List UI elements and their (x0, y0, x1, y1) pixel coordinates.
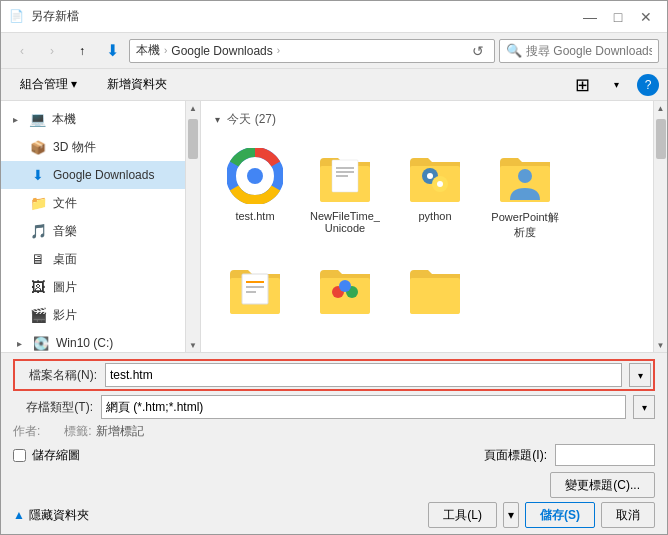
meta-row: 作者: 標籤: 新增標記 (13, 423, 655, 440)
address-bar[interactable]: 本機 › Google Downloads › ↺ (129, 39, 495, 63)
save-thumbnail-section: 儲存縮圖 (13, 447, 80, 464)
sidebar-item-videos[interactable]: 🎬 影片 (1, 301, 185, 329)
svg-point-13 (437, 181, 443, 187)
filename-label: 檔案名稱(N): (17, 367, 97, 384)
tags-value: 新增標記 (96, 423, 144, 440)
change-title-row: 變更標題(C)... (13, 472, 655, 498)
file-label-python: python (418, 210, 451, 222)
svg-point-15 (518, 169, 532, 183)
hide-folder-label: 隱藏資料夾 (29, 507, 89, 524)
sidebar-label-videos: 影片 (53, 307, 77, 324)
music-icon: 🎵 (29, 222, 47, 240)
address-parts: 本機 › Google Downloads › (136, 42, 464, 59)
address-part-home: 本機 (136, 42, 160, 59)
sidebar-scroll-thumb (188, 119, 198, 159)
maximize-button[interactable]: □ (605, 6, 631, 28)
hide-folder-arrow[interactable]: ▲ (13, 508, 25, 522)
author-section: 作者: (13, 423, 44, 440)
content-scroll-up[interactable]: ▲ (654, 101, 667, 115)
filename-highlight-box: 檔案名稱(N): ▾ (13, 359, 655, 391)
file-item-7[interactable] (395, 254, 475, 326)
svg-point-12 (427, 173, 433, 179)
address-sep-2: › (277, 45, 280, 56)
content-wrapper: ▾ 今天 (27) (201, 101, 667, 352)
tools-dropdown-button[interactable]: ▾ (503, 502, 519, 528)
sidebar-item-pictures[interactable]: 🖼 圖片 (1, 273, 185, 301)
title-bar: 📄 另存新檔 — □ ✕ (1, 1, 667, 33)
filetype-dropdown-button[interactable]: ▾ (633, 395, 655, 419)
3d-objects-icon: 📦 (29, 138, 47, 156)
search-box[interactable]: 🔍 (499, 39, 659, 63)
search-icon: 🔍 (506, 43, 522, 58)
title-bar-controls: — □ ✕ (577, 6, 659, 28)
filename-input[interactable] (105, 363, 622, 387)
content-scroll-down[interactable]: ▼ (654, 338, 667, 352)
page-title-label: 頁面標題(I): (484, 447, 547, 464)
download-arrow-button[interactable]: ⬇ (99, 39, 125, 63)
svg-point-3 (247, 168, 263, 184)
refresh-button[interactable]: ↺ (468, 41, 488, 61)
sidebar-item-3d-objects[interactable]: 📦 3D 物件 (1, 133, 185, 161)
tools-button[interactable]: 工具(L) (428, 502, 497, 528)
sidebar-item-win10[interactable]: ▸ 💽 Win10 (C:) (1, 329, 185, 352)
file-item-powerpoint[interactable]: PowerPoint解析度 (485, 142, 565, 244)
file-item-new-file-time[interactable]: NewFileTime_Unicode (305, 142, 385, 244)
new-folder-button[interactable]: 新增資料夾 (96, 73, 178, 97)
address-sep-1: › (164, 45, 167, 56)
bottom-form-area: 檔案名稱(N): ▾ 存檔類型(T): ▾ 作者: 標籤: 新增標記 (1, 352, 667, 534)
file-item-python[interactable]: python (395, 142, 475, 244)
sidebar-label-documents: 文件 (53, 195, 77, 212)
organize-button[interactable]: 組合管理 ▾ (9, 73, 88, 97)
sidebar-item-google-downloads[interactable]: ⬇ Google Downloads (1, 161, 185, 189)
minimize-button[interactable]: — (577, 6, 603, 28)
save-thumbnail-label: 儲存縮圖 (32, 447, 80, 464)
doc-folder-icon (315, 146, 375, 206)
pictures-icon: 🖼 (29, 278, 47, 296)
author-label: 作者: (13, 423, 40, 440)
python-folder-icon (405, 146, 465, 206)
cancel-button[interactable]: 取消 (601, 502, 655, 528)
sidebar-item-documents[interactable]: 📁 文件 (1, 189, 185, 217)
sidebar-item-this-pc[interactable]: ▸ 💻 本機 (1, 105, 185, 133)
second-toolbar: 組合管理 ▾ 新增資料夾 ⊞ ▾ ? (1, 69, 667, 101)
google-downloads-icon: ⬇ (29, 166, 47, 184)
sidebar-scrollbar: ▲ ▼ (186, 101, 200, 352)
filename-dropdown-button[interactable]: ▾ (629, 363, 651, 387)
section-label: 今天 (27) (227, 112, 276, 126)
save-thumbnail-checkbox[interactable] (13, 449, 26, 462)
file-item-6[interactable] (305, 254, 385, 326)
page-title-input[interactable] (555, 444, 655, 466)
view-dropdown-button[interactable]: ▾ (603, 73, 629, 97)
dialog-icon: 📄 (9, 9, 25, 25)
forward-button[interactable]: › (39, 39, 65, 63)
save-button[interactable]: 儲存(S) (525, 502, 595, 528)
folder3-icon (405, 258, 465, 318)
sidebar-scroll-up[interactable]: ▲ (186, 101, 200, 115)
file-item-test-htm[interactable]: test.htm (215, 142, 295, 244)
sidebar-item-music[interactable]: 🎵 音樂 (1, 217, 185, 245)
content-scrollbar: ▲ ▼ (653, 101, 667, 352)
middle-actions-row: 儲存縮圖 頁面標題(I): (13, 444, 655, 466)
person-folder-icon (495, 146, 555, 206)
filetype-input[interactable] (101, 395, 626, 419)
content-scroll-thumb (656, 119, 666, 159)
tools-label: 工具(L) (443, 508, 482, 522)
sidebar-scroll-down[interactable]: ▼ (186, 338, 200, 352)
back-button[interactable]: ‹ (9, 39, 35, 63)
file-label-powerpoint: PowerPoint解析度 (489, 210, 561, 240)
up-button[interactable]: ↑ (69, 39, 95, 63)
view-button[interactable]: ⊞ (569, 73, 595, 97)
section-toggle-icon: ▾ (215, 114, 220, 125)
doc2-icon (225, 258, 285, 318)
colored-folder-icon (315, 258, 375, 318)
file-item-5[interactable] (215, 254, 295, 326)
change-title-button[interactable]: 變更標題(C)... (550, 472, 655, 498)
sidebar-item-desktop[interactable]: 🖥 桌面 (1, 245, 185, 273)
content-scroll[interactable]: ▾ 今天 (27) (201, 101, 653, 352)
close-button[interactable]: ✕ (633, 6, 659, 28)
main-area: ▸ 💻 本機 📦 3D 物件 ⬇ Google Downloads 📁 文件 (1, 101, 667, 352)
search-input[interactable] (526, 44, 652, 58)
save-dialog: 📄 另存新檔 — □ ✕ ‹ › ↑ ⬇ 本機 › Google Downloa… (0, 0, 668, 535)
help-button[interactable]: ? (637, 74, 659, 96)
desktop-icon: 🖥 (29, 250, 47, 268)
